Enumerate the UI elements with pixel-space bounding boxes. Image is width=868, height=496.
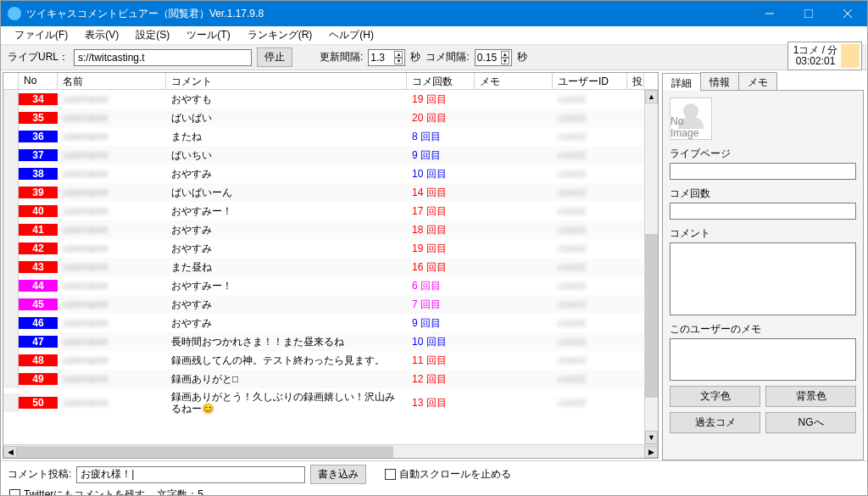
table-row[interactable]: 38usernameおやすみ10 回目userid xyxy=(3,164,658,183)
menu-view[interactable]: 表示(V) xyxy=(78,26,125,44)
table-row[interactable]: 50username録画ありがとう！久しぶりの録画嬉しい！沢山みるねー😊13 回… xyxy=(3,388,658,417)
post-button[interactable]: 書き込み xyxy=(310,465,366,484)
menu-file[interactable]: ファイル(F) xyxy=(8,26,75,44)
row-uid: userid xyxy=(553,298,627,310)
count-label: コメ回数 xyxy=(670,187,856,201)
close-button[interactable] xyxy=(828,1,867,26)
svg-rect-1 xyxy=(804,9,813,18)
status-box: 1コメ / 分 03:02:01 xyxy=(787,42,862,70)
col-no[interactable]: No xyxy=(19,73,58,89)
row-comment: おやすみー！ xyxy=(166,280,407,292)
row-count: 7 回目 xyxy=(407,298,475,312)
table-row[interactable]: 45usernameおやすみ7 回目userid xyxy=(3,295,658,314)
seconds-label-1: 秒 xyxy=(410,50,420,64)
seconds-label-2: 秒 xyxy=(517,50,527,64)
row-uid: userid xyxy=(553,205,627,217)
update-interval-label: 更新間隔: xyxy=(320,50,363,64)
row-comment: 録画残してんの神。テスト終わったら見ます。 xyxy=(166,354,407,366)
row-name: username xyxy=(58,205,166,217)
row-no: 35 xyxy=(19,112,58,124)
maximize-button[interactable] xyxy=(789,1,828,26)
row-count: 12 回目 xyxy=(407,372,475,387)
livepage-box[interactable] xyxy=(670,163,856,180)
usermemo-label: このユーザーのメモ xyxy=(670,322,856,337)
row-count: 16 回目 xyxy=(407,260,475,275)
textcolor-button[interactable]: 文字色 xyxy=(670,386,760,407)
row-gutter xyxy=(3,90,19,109)
row-uid: userid xyxy=(553,112,627,124)
table-row[interactable]: 40usernameおやすみー！17 回目userid xyxy=(3,202,658,220)
table-row[interactable]: 37usernameばいちい9 回目userid xyxy=(3,146,658,164)
row-uid: userid xyxy=(553,336,627,348)
table-header: No 名前 コメント コメ回数 メモ ユーザーID 投 xyxy=(3,73,658,90)
bgcolor-button[interactable]: 背景色 xyxy=(765,386,856,407)
ng-button[interactable]: NGへ xyxy=(765,412,856,433)
app-icon xyxy=(8,7,21,20)
row-gutter xyxy=(3,332,19,351)
row-name: username xyxy=(58,354,166,366)
table-row[interactable]: 39usernameばいばいーん14 回目userid xyxy=(3,183,658,202)
bottom-bar: コメント投稿: 書き込み 自動スクロールを止める Twitterにもコメントを残… xyxy=(1,460,867,496)
row-no: 42 xyxy=(19,242,58,254)
col-comment[interactable]: コメント xyxy=(166,73,407,89)
comment-interval-stepper[interactable]: 0.15▲▼ xyxy=(475,49,512,66)
row-no: 46 xyxy=(19,317,58,329)
row-comment: おやすみ xyxy=(166,168,407,180)
post-input[interactable] xyxy=(76,466,305,483)
table-row[interactable]: 46usernameおやすみ9 回目userid xyxy=(3,314,658,332)
usermemo-box[interactable] xyxy=(670,338,856,381)
url-input[interactable] xyxy=(74,49,252,66)
minimize-button[interactable] xyxy=(750,1,789,26)
row-count: 19 回目 xyxy=(407,242,475,256)
row-count: 8 回目 xyxy=(407,130,475,144)
col-uid[interactable]: ユーザーID xyxy=(553,73,627,89)
row-gutter xyxy=(3,127,19,146)
col-last[interactable]: 投 xyxy=(627,73,644,89)
horizontal-scrollbar[interactable]: ◀▶ xyxy=(3,444,658,458)
row-gutter xyxy=(3,220,19,239)
tab-detail[interactable]: 詳細 xyxy=(662,73,701,91)
table-row[interactable]: 34usernameおやすも19 回目userid xyxy=(3,90,658,109)
table-row[interactable]: 48username録画残してんの神。テスト終わったら見ます。11 回目user… xyxy=(3,351,658,370)
count-box[interactable] xyxy=(670,203,856,220)
toolbar: ライブURL： 停止 更新間隔: 1.3▲▼ 秒 コメ間隔: 0.15▲▼ 秒 … xyxy=(1,45,867,70)
menu-help[interactable]: ヘルプ(H) xyxy=(322,26,381,44)
menu-settings[interactable]: 設定(S) xyxy=(129,26,176,44)
table-row[interactable]: 41usernameおやすみ18 回目userid xyxy=(3,220,658,239)
menu-tools[interactable]: ツール(T) xyxy=(180,26,236,44)
table-row[interactable]: 47username長時間おつかれさま！！また昼来るね10 回目userid xyxy=(3,332,658,351)
row-comment: おやすも xyxy=(166,93,407,105)
row-uid: userid xyxy=(553,373,627,385)
menu-ranking[interactable]: ランキング(R) xyxy=(241,26,320,44)
row-no: 34 xyxy=(19,93,58,105)
vertical-scrollbar[interactable]: ▲▼ xyxy=(644,90,658,444)
col-memo[interactable]: メモ xyxy=(475,73,553,89)
table-row[interactable]: 43usernameまた昼ね16 回目userid xyxy=(3,258,658,276)
livepage-label: ライブページ xyxy=(670,147,856,161)
table-row[interactable]: 36usernameまたね8 回目userid xyxy=(3,127,658,146)
comment-label: コメント xyxy=(670,226,856,241)
tab-memo[interactable]: メモ xyxy=(738,72,777,90)
table-row[interactable]: 44usernameおやすみー！6 回目userid xyxy=(3,276,658,295)
row-uid: userid xyxy=(553,168,627,180)
table-row[interactable]: 49username録画ありがと□12 回目userid xyxy=(3,370,658,388)
status-time: 03:02:01 xyxy=(790,56,841,67)
stop-autoscroll-checkbox[interactable]: 自動スクロールを止める xyxy=(385,467,511,482)
row-uid: userid xyxy=(553,224,627,236)
pastcomment-button[interactable]: 過去コメ xyxy=(670,412,760,433)
col-name[interactable]: 名前 xyxy=(58,73,166,89)
table-row[interactable]: 35usernameばいばい20 回目userid xyxy=(3,109,658,127)
table-row[interactable]: 42usernameおやすみ19 回目userid xyxy=(3,239,658,258)
row-uid: userid xyxy=(553,397,627,409)
post-label: コメント投稿: xyxy=(8,467,71,482)
update-interval-stepper[interactable]: 1.3▲▼ xyxy=(368,49,405,66)
row-gutter xyxy=(3,239,19,258)
comment-box[interactable] xyxy=(670,242,856,315)
row-gutter xyxy=(3,183,19,202)
tab-info[interactable]: 情報 xyxy=(700,72,739,90)
twitter-checkbox[interactable]: Twitterにもコメントを残す xyxy=(9,488,145,496)
row-gutter xyxy=(3,351,19,370)
stop-button[interactable]: 停止 xyxy=(257,47,292,67)
row-no: 48 xyxy=(19,354,58,366)
col-count[interactable]: コメ回数 xyxy=(407,73,475,89)
